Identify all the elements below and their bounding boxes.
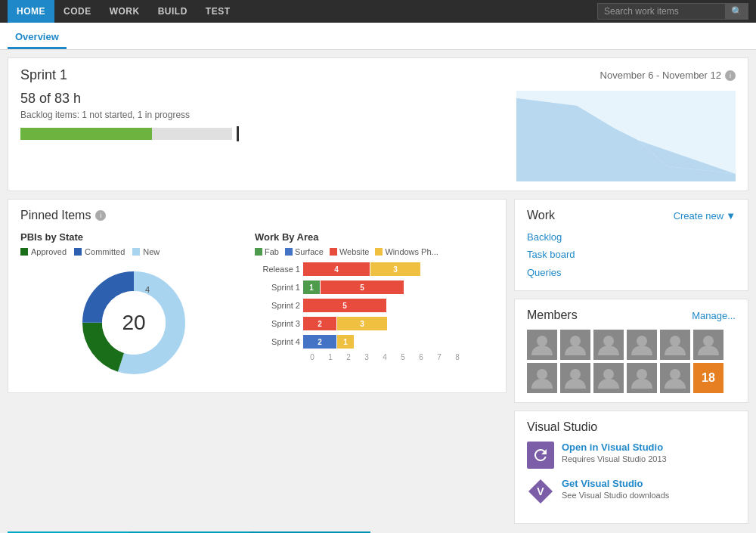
svg-point-16 [537,369,547,380]
bar-legend-surface: Surface [285,247,324,256]
pinned-header: Pinned Items i [20,209,494,222]
bar-segs-release1: 4 3 [303,262,420,276]
bar-seg-fab-s1: 1 [303,280,320,294]
vs-open-icon [527,442,554,469]
sprint-status: Backlog items: 1 not started, 1 in progr… [20,110,501,120]
bar-seg-windows-s4: 1 [337,335,354,349]
sprint-burndown-chart [516,91,736,181]
progress-bar [20,128,232,140]
bar-row-sprint1: Sprint 1 1 5 [255,280,494,294]
members-section: Members Manage... [514,299,748,403]
bar-row-sprint2: Sprint 2 5 [255,299,494,312]
vs-open-text: Open in Visual Studio Requires Visual St… [562,442,667,463]
bar-legend-fab: Fab [255,247,279,256]
legend-new: New [132,247,160,256]
pinned-items-section: Pinned Items i PBIs by State Approved Co… [8,199,507,393]
legend-approved: Approved [20,247,67,256]
right-panel: Work Create new ▼ Backlog Task board Que… [514,199,748,524]
svg-point-20 [670,369,680,380]
sprint-body: 58 of 83 h Backlog items: 1 not started,… [20,91,736,181]
search-area: 🔍 [597,3,748,20]
bar-segs-sprint3: 2 3 [303,317,387,330]
nav-work[interactable]: WORK [101,0,149,23]
work-title: Work [527,209,555,222]
nav-code[interactable]: CODE [54,0,101,23]
bar-label-release1: Release 1 [255,265,300,274]
main-content: Sprint 1 November 6 - November 12 i 58 o… [0,50,756,533]
charts-row: PBIs by State Approved Committed New [20,231,494,383]
svg-text:4: 4 [145,285,150,294]
bar-axis: 0 1 2 3 4 5 6 7 8 [303,353,494,361]
work-link-queries[interactable]: Queries [527,264,736,281]
donut-chart: 11 4 5 20 [73,262,194,383]
pinned-info-icon[interactable]: i [95,210,106,221]
sprint-left: 58 of 83 h Backlog items: 1 not started,… [20,91,501,141]
svg-text:V: V [537,485,544,497]
svg-point-13 [637,336,647,346]
svg-point-19 [637,369,647,380]
bar-row-sprint3: Sprint 3 2 3 [255,317,494,330]
nav-test[interactable]: TEST [197,0,240,23]
bar-segs-sprint2: 5 [303,299,386,312]
visual-studio-section: Visual Studio Open in Visual Studio Requ… [514,411,748,524]
avatar [560,363,590,393]
vs-open-link[interactable]: Open in Visual Studio [562,442,667,453]
bar-legend-surface-dot [285,248,293,256]
legend-approved-dot [20,248,28,256]
legend-committed: Committed [74,247,125,256]
bar-row-release1: Release 1 4 3 [255,262,494,276]
bar-segs-sprint4: 2 1 [303,335,354,349]
sprint-header: Sprint 1 November 6 - November 12 i [20,67,736,83]
bar-title: Work By Area [255,231,494,243]
nav-build[interactable]: BUILD [149,0,197,23]
bar-seg-website-s3: 2 [303,317,336,330]
vs-get-link[interactable]: Get Visual Studio [562,478,669,489]
svg-point-11 [570,336,581,346]
svg-point-14 [670,336,680,346]
create-new-button[interactable]: Create new ▼ [674,210,736,222]
sprint-info-icon[interactable]: i [725,70,736,81]
avatar [627,363,657,393]
legend-committed-dot [74,248,82,256]
search-input[interactable] [597,3,726,20]
progress-bar-container [20,126,501,141]
donut-title: PBIs by State [20,231,247,243]
manage-link[interactable]: Manage... [692,310,736,321]
work-link-backlog[interactable]: Backlog [527,228,736,246]
nav-home[interactable]: HOME [8,0,54,23]
svg-point-10 [537,336,547,346]
bar-legend-windows-dot [375,248,383,256]
svg-point-12 [603,336,614,346]
members-header: Members Manage... [527,308,736,322]
search-button[interactable]: 🔍 [726,3,748,20]
vs-get-icon: V [527,478,554,505]
work-header: Work Create new ▼ [527,209,736,222]
avatar [627,330,657,360]
bar-legend-website: Website [330,247,370,256]
vs-open-item: Open in Visual Studio Requires Visual St… [527,442,736,469]
bar-row-sprint4: Sprint 4 2 1 [255,335,494,349]
visual-studio-title: Visual Studio [527,420,736,434]
avatar [527,363,557,393]
tab-overview[interactable]: Overview [8,25,67,49]
avatar [527,330,557,360]
svg-point-18 [603,369,614,380]
avatar [560,330,590,360]
bar-legend: Fab Surface Website Windows Ph... [255,247,494,256]
bar-legend-windows: Windows Ph... [375,247,438,256]
bar-legend-fab-dot [255,248,262,256]
sub-navigation: Overview [0,23,756,50]
donut-center-value: 20 [122,311,145,335]
progress-fill [20,128,152,140]
chevron-down-icon: ▼ [726,210,736,222]
avatar [593,363,624,393]
work-link-taskboard[interactable]: Task board [527,246,736,263]
members-overflow-count: 18 [693,363,723,393]
sprint-date: November 6 - November 12 i [600,70,736,81]
avatar [593,330,624,360]
progress-marker [237,126,239,141]
svg-point-17 [570,369,581,380]
avatar [660,330,690,360]
pinned-title: Pinned Items [20,209,91,222]
donut-legend: Approved Committed New [20,247,247,256]
